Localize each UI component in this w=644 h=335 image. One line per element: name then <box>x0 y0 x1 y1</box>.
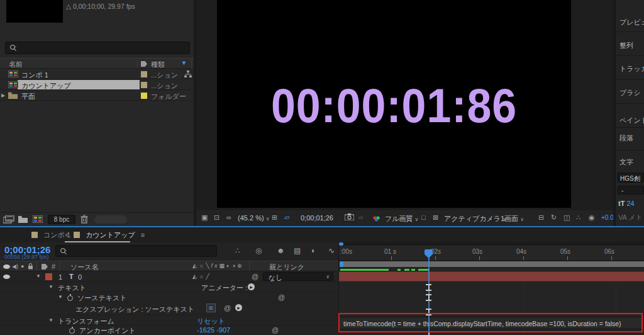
column-divider[interactable] <box>137 59 138 68</box>
text-group-row[interactable]: ▼ テキスト アニメーター : ▶ <box>0 282 338 292</box>
hide-shy-layers-icon[interactable]: ☻ <box>277 246 285 255</box>
snapshot-camera-icon[interactable] <box>345 213 354 222</box>
mini-flowchart-icon[interactable]: ∴ <box>576 213 580 222</box>
panel-divider[interactable] <box>613 0 615 226</box>
pickwhip-icon[interactable]: @ <box>272 326 279 334</box>
parent-pickwhip-icon[interactable]: @ <box>252 273 258 280</box>
group-expander[interactable]: ▼ <box>48 284 53 290</box>
reset-link[interactable]: リセット <box>197 317 225 326</box>
label-swatch[interactable] <box>141 93 147 99</box>
target-region-icon[interactable]: □ <box>421 213 426 221</box>
item-name[interactable]: コンポ 1 <box>21 71 48 80</box>
flowchart-icon[interactable] <box>184 71 192 79</box>
region-of-interest-icon[interactable]: ⊞ <box>272 213 277 222</box>
refresh-icon[interactable]: ↻ <box>551 213 557 222</box>
pixel-aspect-icon[interactable]: ◫ <box>564 213 570 222</box>
shared-view-icon[interactable]: ⊟ <box>538 213 544 222</box>
label-column-icon[interactable] <box>141 61 147 67</box>
parent-dropdown[interactable]: なし ∨ <box>263 272 333 281</box>
layer-duration-bar[interactable] <box>339 271 644 281</box>
anchor-point-row[interactable]: アンカーポイント -1625 -907 @ <box>0 326 338 335</box>
expression-enabled-toggle[interactable]: = <box>206 304 216 312</box>
stopwatch-icon[interactable] <box>67 295 73 301</box>
panel-tab-preview[interactable]: プレビュー <box>619 18 644 27</box>
item-name[interactable]: 平面 <box>21 92 35 101</box>
property-expander[interactable]: ▼ <box>58 294 63 300</box>
source-name-column[interactable]: ソース名 <box>70 263 99 272</box>
anchor-point-label[interactable]: アンカーポイント <box>79 326 136 335</box>
animator-menu-icon[interactable]: ▶ <box>248 283 255 290</box>
new-composition-icon[interactable] <box>33 215 43 224</box>
resolution-dropdown[interactable]: フル画質 ∨ <box>385 214 418 224</box>
layer-row-1[interactable]: ▼ 1 T 0 ◭☼╱ @ なし ∨ <box>0 271 338 282</box>
frame-blend-icon[interactable]: ▤ <box>294 246 301 255</box>
panel-tab-align[interactable]: 整列 <box>619 41 633 50</box>
bit-depth-button[interactable]: 8 bpc <box>48 215 75 224</box>
panel-tab-paint[interactable]: ペイント <box>619 116 644 125</box>
exposure-value[interactable]: +0.0 <box>601 214 614 221</box>
panel-tab-paragraph[interactable]: 段落 <box>619 133 633 143</box>
label-swatch[interactable] <box>141 82 147 88</box>
layer-name[interactable]: 0 <box>78 273 82 281</box>
expression-pickwhip-icon[interactable]: @ <box>224 304 231 312</box>
parent-link-column[interactable]: 親とリンク <box>269 263 304 272</box>
draft-3d-icon[interactable]: ◎ <box>255 246 262 255</box>
composition-flowchart-icon[interactable]: ∴ <box>235 246 240 255</box>
text-group-label[interactable]: テキスト <box>58 283 86 293</box>
close-tab-icon[interactable]: × <box>65 232 69 239</box>
solo-column-icon[interactable]: ● <box>21 263 24 270</box>
sort-triangle-icon[interactable]: ▼ <box>181 60 187 66</box>
motion-blur-icon[interactable]: ◐ <box>311 246 316 255</box>
show-channel-icon[interactable] <box>372 215 380 223</box>
layer-visibility-toggle[interactable] <box>3 275 10 279</box>
transparency-grid-icon[interactable]: ⊠ <box>433 213 438 222</box>
source-text-row[interactable]: ▼ ソーステキスト @ <box>0 292 338 302</box>
pickwhip-icon[interactable]: @ <box>278 293 285 301</box>
expand-arrow-icon[interactable]: ▶ <box>1 93 5 98</box>
transform-row[interactable]: ▼ トランスフォーム リセット <box>0 315 338 326</box>
panel-tab-brushes[interactable]: ブラシ <box>619 88 641 98</box>
composition-canvas[interactable]: 00:00:01:86 <box>217 0 571 208</box>
item-name[interactable]: カウントアップ <box>21 81 71 91</box>
label-swatch[interactable] <box>141 71 147 77</box>
label-column-icon[interactable] <box>42 264 48 270</box>
font-family-field[interactable]: HGS創 <box>618 173 644 183</box>
expression-label[interactable]: エクスプレッション : ソーステキスト <box>75 305 194 314</box>
project-search-input[interactable] <box>5 42 190 54</box>
project-row-countup[interactable]: カウントアップ ...ション <box>0 80 194 90</box>
timeline-search-input[interactable] <box>55 245 217 257</box>
switches-column-icons[interactable]: ◭☼╲fx▦◐◑⊕ <box>192 263 244 269</box>
work-area-start-handle[interactable] <box>340 261 343 267</box>
expression-language-menu-icon[interactable]: ▶ <box>235 304 242 311</box>
stereo-glasses-icon[interactable]: ∞ <box>226 213 231 221</box>
panel-tab-character[interactable]: 文字 <box>619 157 633 167</box>
video-column-icon[interactable] <box>3 264 10 269</box>
expression-row[interactable]: エクスプレッション : ソーステキスト = @ ▶ <box>0 302 338 315</box>
snapshot-stack-icon[interactable]: ▣ <box>201 213 208 222</box>
font-size-value[interactable]: 24 <box>626 200 634 207</box>
index-column-icon[interactable]: # <box>52 263 55 270</box>
source-text-label[interactable]: ソーステキスト <box>77 293 127 303</box>
view-layout-dropdown[interactable]: 1画面 ∨ <box>501 214 524 224</box>
anchor-point-value[interactable]: -1625 -907 <box>197 326 230 334</box>
group-expander[interactable]: ▼ <box>48 317 53 323</box>
panel-divider[interactable] <box>194 0 196 226</box>
font-size-control[interactable]: tT 24 <box>618 200 635 207</box>
kerning-control[interactable]: VA メト <box>618 213 643 222</box>
stopwatch-icon[interactable] <box>69 328 75 334</box>
camera-view-dropdown[interactable]: アクティブカメラ ∨ <box>444 214 506 224</box>
layer-expander[interactable]: ▼ <box>36 273 41 279</box>
monitor-icon[interactable]: ⊡ <box>214 213 219 222</box>
project-row-comp1[interactable]: コンポ 1 ...ション <box>0 69 194 79</box>
panel-tab-tracker[interactable]: トラッカー <box>619 64 644 74</box>
timeline-tab-countup[interactable]: × カウントアップ ≡ <box>65 230 145 240</box>
zoom-level-dropdown[interactable]: (45.2 %) ∨ <box>238 214 270 222</box>
viewer-timecode[interactable]: 0;00;01;26 <box>301 214 333 222</box>
lock-column-icon[interactable] <box>28 263 33 271</box>
graph-editor-icon[interactable]: ∿ <box>328 246 335 255</box>
work-area-bar[interactable] <box>339 261 644 268</box>
font-style-field[interactable]: - <box>618 186 644 195</box>
trash-icon[interactable] <box>80 215 88 225</box>
panel-menu-icon[interactable]: ≡ <box>141 231 145 239</box>
layer-switches[interactable]: ◭☼╱ <box>192 273 211 280</box>
